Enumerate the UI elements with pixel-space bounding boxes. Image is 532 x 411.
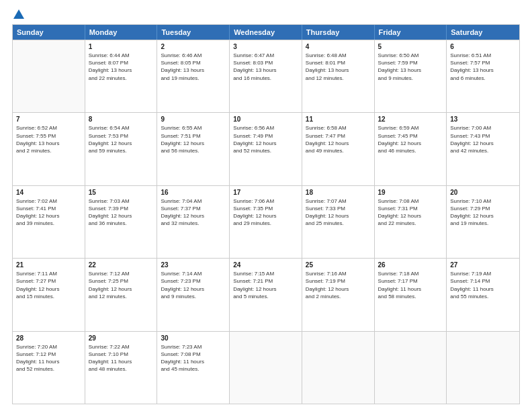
calendar-cell — [447, 332, 519, 404]
calendar-cell — [230, 332, 302, 404]
day-number: 29 — [89, 334, 154, 342]
calendar-cell — [13, 40, 85, 112]
day-info: Sunrise: 7:11 AM Sunset: 7:27 PM Dayligh… — [16, 270, 81, 300]
day-info: Sunrise: 7:00 AM Sunset: 7:43 PM Dayligh… — [450, 124, 516, 154]
day-info: Sunrise: 6:50 AM Sunset: 7:59 PM Dayligh… — [378, 52, 443, 82]
header-day-monday: Monday — [85, 25, 158, 40]
calendar-row-4: 28Sunrise: 7:20 AM Sunset: 7:12 PM Dayli… — [13, 331, 519, 404]
day-info: Sunrise: 6:48 AM Sunset: 8:01 PM Dayligh… — [306, 52, 371, 82]
calendar-cell: 5Sunrise: 6:50 AM Sunset: 7:59 PM Daylig… — [375, 40, 447, 112]
day-info: Sunrise: 7:14 AM Sunset: 7:23 PM Dayligh… — [161, 270, 226, 300]
day-number: 19 — [378, 189, 443, 196]
calendar-cell: 3Sunrise: 6:47 AM Sunset: 8:03 PM Daylig… — [230, 40, 302, 112]
calendar-cell: 10Sunrise: 6:56 AM Sunset: 7:49 PM Dayli… — [230, 113, 302, 185]
day-info: Sunrise: 6:59 AM Sunset: 7:45 PM Dayligh… — [378, 124, 443, 154]
day-number: 15 — [89, 189, 154, 196]
calendar-cell: 27Sunrise: 7:19 AM Sunset: 7:14 PM Dayli… — [447, 259, 519, 330]
day-number: 17 — [233, 189, 298, 196]
day-info: Sunrise: 7:22 AM Sunset: 7:10 PM Dayligh… — [89, 343, 154, 373]
day-info: Sunrise: 7:03 AM Sunset: 7:39 PM Dayligh… — [89, 197, 154, 228]
calendar-cell: 17Sunrise: 7:06 AM Sunset: 7:35 PM Dayli… — [230, 186, 302, 258]
calendar-cell: 20Sunrise: 7:10 AM Sunset: 7:29 PM Dayli… — [447, 186, 519, 258]
day-info: Sunrise: 7:04 AM Sunset: 7:37 PM Dayligh… — [161, 197, 226, 228]
calendar-cell: 6Sunrise: 6:51 AM Sunset: 7:57 PM Daylig… — [447, 40, 519, 112]
day-info: Sunrise: 6:54 AM Sunset: 7:53 PM Dayligh… — [89, 124, 154, 154]
header-day-saturday: Saturday — [447, 25, 519, 40]
header — [12, 12, 520, 19]
day-number: 16 — [161, 189, 226, 196]
logo-triangle-icon — [13, 9, 24, 19]
calendar-header: SundayMondayTuesdayWednesdayThursdayFrid… — [13, 25, 519, 40]
day-info: Sunrise: 6:56 AM Sunset: 7:49 PM Dayligh… — [233, 124, 298, 154]
day-number: 20 — [450, 189, 516, 196]
day-number: 24 — [233, 261, 298, 269]
day-info: Sunrise: 6:51 AM Sunset: 7:57 PM Dayligh… — [450, 52, 516, 82]
calendar-cell: 25Sunrise: 7:16 AM Sunset: 7:19 PM Dayli… — [302, 259, 375, 330]
day-info: Sunrise: 7:20 AM Sunset: 7:12 PM Dayligh… — [16, 343, 81, 373]
calendar-cell: 1Sunrise: 6:44 AM Sunset: 8:07 PM Daylig… — [85, 40, 158, 112]
day-info: Sunrise: 7:10 AM Sunset: 7:29 PM Dayligh… — [450, 197, 516, 228]
header-day-wednesday: Wednesday — [230, 25, 302, 40]
calendar-cell: 28Sunrise: 7:20 AM Sunset: 7:12 PM Dayli… — [13, 332, 85, 404]
header-day-thursday: Thursday — [302, 25, 375, 40]
page: SundayMondayTuesdayWednesdayThursdayFrid… — [0, 0, 532, 411]
day-number: 25 — [306, 261, 371, 269]
calendar-cell: 15Sunrise: 7:03 AM Sunset: 7:39 PM Dayli… — [85, 186, 158, 258]
day-number: 7 — [16, 116, 81, 123]
calendar-cell: 12Sunrise: 6:59 AM Sunset: 7:45 PM Dayli… — [375, 113, 447, 185]
calendar-cell: 9Sunrise: 6:55 AM Sunset: 7:51 PM Daylig… — [157, 113, 230, 185]
calendar-cell: 13Sunrise: 7:00 AM Sunset: 7:43 PM Dayli… — [447, 113, 519, 185]
calendar-cell: 16Sunrise: 7:04 AM Sunset: 7:37 PM Dayli… — [157, 186, 230, 258]
day-info: Sunrise: 7:23 AM Sunset: 7:08 PM Dayligh… — [161, 343, 226, 373]
calendar-cell: 4Sunrise: 6:48 AM Sunset: 8:01 PM Daylig… — [302, 40, 375, 112]
day-number: 28 — [16, 334, 81, 342]
day-info: Sunrise: 7:02 AM Sunset: 7:41 PM Dayligh… — [16, 197, 81, 228]
day-number: 5 — [378, 43, 443, 50]
calendar-cell: 30Sunrise: 7:23 AM Sunset: 7:08 PM Dayli… — [157, 332, 230, 404]
day-number: 30 — [161, 334, 226, 342]
day-info: Sunrise: 6:55 AM Sunset: 7:51 PM Dayligh… — [161, 124, 226, 154]
day-info: Sunrise: 6:52 AM Sunset: 7:55 PM Dayligh… — [16, 124, 81, 154]
day-number: 13 — [450, 116, 516, 123]
calendar-cell: 11Sunrise: 6:58 AM Sunset: 7:47 PM Dayli… — [302, 113, 375, 185]
calendar-row-2: 14Sunrise: 7:02 AM Sunset: 7:41 PM Dayli… — [13, 185, 519, 258]
calendar-cell: 18Sunrise: 7:07 AM Sunset: 7:33 PM Dayli… — [302, 186, 375, 258]
calendar-cell: 24Sunrise: 7:15 AM Sunset: 7:21 PM Dayli… — [230, 259, 302, 330]
day-number: 1 — [89, 43, 154, 50]
header-day-friday: Friday — [375, 25, 447, 40]
calendar-cell: 14Sunrise: 7:02 AM Sunset: 7:41 PM Dayli… — [13, 186, 85, 258]
day-info: Sunrise: 6:58 AM Sunset: 7:47 PM Dayligh… — [306, 124, 371, 154]
calendar-row-0: 1Sunrise: 6:44 AM Sunset: 8:07 PM Daylig… — [13, 40, 519, 112]
day-number: 10 — [233, 116, 298, 123]
calendar-cell: 29Sunrise: 7:22 AM Sunset: 7:10 PM Dayli… — [85, 332, 158, 404]
header-day-sunday: Sunday — [13, 25, 85, 40]
day-number: 2 — [161, 43, 226, 50]
day-number: 21 — [16, 261, 81, 269]
calendar-cell: 23Sunrise: 7:14 AM Sunset: 7:23 PM Dayli… — [157, 259, 230, 330]
day-info: Sunrise: 7:12 AM Sunset: 7:25 PM Dayligh… — [89, 270, 154, 300]
day-number: 11 — [306, 116, 371, 123]
calendar-body: 1Sunrise: 6:44 AM Sunset: 8:07 PM Daylig… — [13, 40, 519, 404]
day-number: 3 — [233, 43, 298, 50]
day-number: 4 — [306, 43, 371, 50]
day-number: 18 — [306, 189, 371, 196]
day-number: 12 — [378, 116, 443, 123]
day-number: 8 — [89, 116, 154, 123]
calendar-cell — [302, 332, 375, 404]
calendar-cell: 21Sunrise: 7:11 AM Sunset: 7:27 PM Dayli… — [13, 259, 85, 330]
day-info: Sunrise: 7:07 AM Sunset: 7:33 PM Dayligh… — [306, 197, 371, 228]
calendar-cell: 22Sunrise: 7:12 AM Sunset: 7:25 PM Dayli… — [85, 259, 158, 330]
day-number: 23 — [161, 261, 226, 269]
day-info: Sunrise: 6:44 AM Sunset: 8:07 PM Dayligh… — [89, 52, 154, 82]
day-info: Sunrise: 7:08 AM Sunset: 7:31 PM Dayligh… — [378, 197, 443, 228]
calendar: SundayMondayTuesdayWednesdayThursdayFrid… — [12, 24, 520, 404]
calendar-row-3: 21Sunrise: 7:11 AM Sunset: 7:27 PM Dayli… — [13, 258, 519, 330]
day-info: Sunrise: 7:16 AM Sunset: 7:19 PM Dayligh… — [306, 270, 371, 300]
day-number: 27 — [450, 261, 516, 269]
calendar-cell: 19Sunrise: 7:08 AM Sunset: 7:31 PM Dayli… — [375, 186, 447, 258]
calendar-cell: 8Sunrise: 6:54 AM Sunset: 7:53 PM Daylig… — [85, 113, 158, 185]
header-day-tuesday: Tuesday — [157, 25, 230, 40]
calendar-row-1: 7Sunrise: 6:52 AM Sunset: 7:55 PM Daylig… — [13, 112, 519, 185]
day-number: 9 — [161, 116, 226, 123]
calendar-cell: 26Sunrise: 7:18 AM Sunset: 7:17 PM Dayli… — [375, 259, 447, 330]
